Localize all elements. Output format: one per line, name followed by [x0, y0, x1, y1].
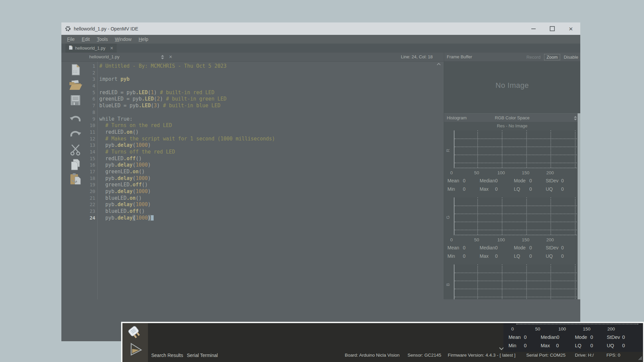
code-token: pyb	[99, 175, 114, 181]
code-line: 15 redLED.off()	[87, 156, 442, 162]
code-line: 1# Untitled - By: MCMCHRIS - Thu Oct 5 2…	[87, 63, 442, 70]
line-number: 13	[87, 142, 95, 149]
menu-item-help[interactable]: Help	[139, 37, 148, 42]
close-icon[interactable]: ×	[561, 22, 580, 35]
code-token: .on	[129, 169, 139, 175]
stat-item: Mode0	[575, 335, 593, 340]
stats-row: Mean0Median0Mode0StDev0	[444, 178, 580, 185]
redo-icon[interactable]	[68, 127, 83, 140]
menu-item-window[interactable]: Window	[115, 37, 131, 42]
code-token: # built-in red LED	[160, 89, 215, 96]
code-token: greenLED	[99, 182, 129, 188]
code-text: redLED.on()	[99, 129, 139, 136]
code-line: 9while True:	[87, 116, 442, 123]
updown-arrows-icon[interactable]	[574, 116, 577, 120]
paste-icon[interactable]	[68, 172, 83, 186]
menu-item-tools[interactable]: Tools	[97, 37, 108, 42]
histogram-channel-b-bright: 050100150200Mean0Median0Mode0StDev0Min0M…	[503, 323, 643, 352]
zoom-button[interactable]: Zoom	[544, 54, 560, 60]
histogram-channel-r: R050100150200Mean0Median0Mode0StDev0Min0…	[444, 129, 580, 196]
code-editor[interactable]: 1# Untitled - By: MCMCHRIS - Thu Oct 5 2…	[87, 62, 442, 299]
panel-scrollbar[interactable]	[578, 113, 580, 299]
tab-search-results[interactable]: Search Results	[151, 353, 183, 358]
code-lines: 1# Untitled - By: MCMCHRIS - Thu Oct 5 2…	[87, 63, 442, 222]
frame-buffer-panel: No Image Histogram RGB Color Space Res -…	[444, 62, 580, 299]
code-text: pyb.delay(1000)	[99, 142, 151, 149]
stat-item: Min0	[447, 186, 466, 192]
tick-label: 100	[497, 170, 505, 175]
scroll-up-icon[interactable]	[436, 63, 441, 66]
stat-value: 0	[495, 253, 498, 259]
status-item: Board: Arduino Nicla Vision	[345, 353, 399, 358]
menu-item-file[interactable]: File	[67, 37, 75, 42]
stat-label: Min	[447, 186, 463, 192]
code-token: # built-in green LED	[166, 96, 227, 102]
gridline	[454, 146, 578, 147]
gridline	[550, 197, 551, 235]
resize-grip-icon[interactable]	[638, 356, 642, 362]
menu-mnemonic: H	[139, 37, 142, 42]
stat-label: Mode	[514, 178, 529, 183]
code-token: (	[151, 103, 154, 109]
code-line: 4	[87, 83, 442, 89]
code-token: greenLED	[99, 169, 129, 175]
line-number: 21	[87, 195, 95, 202]
code-text: greenLED.off()	[99, 182, 148, 188]
code-text: blueLED = pyb.LED(3) # built-in blue LED	[99, 103, 220, 109]
save-icon[interactable]	[68, 94, 83, 107]
line-number: 11	[87, 129, 95, 136]
code-line: 24 pyb.delay(1000)	[87, 215, 442, 222]
record-button[interactable]: Record	[526, 55, 540, 60]
code-token: ()	[142, 182, 148, 188]
line-number: 10	[87, 122, 95, 129]
document-close-icon[interactable]: ×	[169, 53, 172, 61]
disable-button[interactable]: Disable	[564, 55, 578, 60]
code-text: # Turns off the red LED	[99, 149, 175, 156]
b-plot-axis	[516, 324, 638, 324]
gridline	[454, 214, 578, 214]
gridline	[477, 130, 478, 168]
stat-item: Max0	[480, 253, 498, 259]
gridline	[550, 130, 551, 168]
line-number: 1	[87, 63, 95, 70]
code-token: ()	[139, 169, 145, 175]
tick-label: 50	[535, 326, 540, 331]
tab-serial-terminal[interactable]: Serial Terminal	[187, 353, 218, 358]
line-number: 17	[87, 169, 95, 175]
connect-icon[interactable]	[126, 325, 143, 341]
stat-value: 0	[590, 343, 593, 348]
stat-value: 0	[622, 335, 625, 340]
menu-label: elp	[142, 37, 148, 42]
line-number: 18	[87, 175, 95, 182]
cut-icon[interactable]	[68, 143, 83, 156]
gridline	[454, 281, 578, 281]
stat-item: StDev0	[546, 245, 564, 250]
stat-label: Median	[541, 335, 557, 340]
code-token: .on	[126, 195, 136, 201]
updown-arrows-icon[interactable]	[161, 55, 164, 59]
tab-helloworld[interactable]: helloworld_1.py ×	[65, 44, 117, 53]
code-token: pyb	[99, 215, 114, 221]
stat-item: Mean0	[447, 178, 466, 183]
stat-item: StDev0	[546, 178, 564, 183]
document-selector[interactable]: helloworld_1.py	[89, 53, 119, 61]
undo-icon[interactable]	[68, 112, 83, 125]
tab-close-icon[interactable]: ×	[110, 46, 113, 51]
stat-label: Min	[447, 253, 463, 259]
line-number: 9	[87, 116, 95, 123]
copy-icon[interactable]	[68, 158, 83, 171]
maximize-icon[interactable]	[543, 22, 561, 35]
new-file-icon[interactable]	[68, 63, 83, 76]
code-token: )	[160, 96, 166, 102]
open-folder-icon[interactable]	[68, 78, 83, 92]
code-text: blueLED.on()	[99, 195, 142, 202]
channel-label: R	[445, 146, 450, 152]
start-icon[interactable]	[128, 342, 143, 357]
window-title: helloworld_1.py - OpenMV IDE	[74, 26, 138, 32]
minimize-icon[interactable]	[524, 22, 543, 35]
frame-buffer-header: Frame Buffer Record Zoom Disable	[444, 53, 580, 61]
color-space-select[interactable]: RGB Color Space	[444, 114, 580, 122]
code-token: pyb	[99, 188, 114, 194]
gridline	[477, 264, 478, 299]
menu-item-edit[interactable]: Edit	[82, 37, 90, 42]
